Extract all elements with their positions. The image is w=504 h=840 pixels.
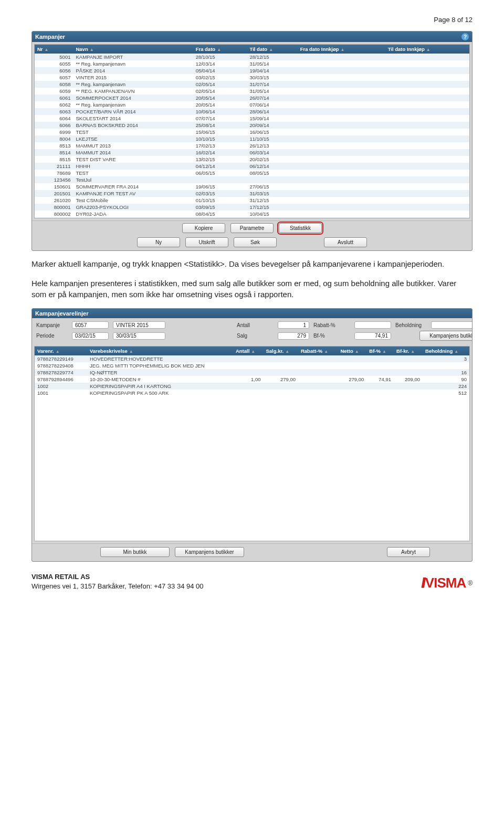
kopiere-button[interactable]: Kopiere	[182, 223, 225, 233]
table-cell: KAMPANJE FOR TEST AV	[73, 190, 193, 197]
antall-field[interactable]: 1	[278, 321, 309, 329]
min-butikk-button[interactable]: Min butikk	[100, 547, 170, 557]
column-header[interactable]: Fra dato▲	[193, 45, 247, 54]
table-cell	[385, 197, 469, 204]
visma-logo: ///VISMA ®	[421, 575, 472, 591]
beholdning-field[interactable]: 1.092	[431, 321, 472, 329]
column-header[interactable]: Varebeskrivelse▲	[87, 346, 233, 355]
table-cell: 5001	[35, 54, 73, 60]
table-row[interactable]: 1001KOPIERINGSPAPIR PK A 500 ARK512	[35, 390, 469, 396]
panel-title: Kampanjer	[35, 34, 65, 40]
table-cell	[385, 176, 469, 183]
sok-button[interactable]: Søk	[234, 237, 277, 247]
table-row[interactable]: 9788278229149HOVEDRETTER:HOVEDRETTE3	[35, 355, 469, 362]
avslutt-button[interactable]: Avslutt	[324, 237, 367, 247]
table-row[interactable]: 6063POCKET/BARN VÅR 201410/06/1428/06/14	[35, 108, 469, 115]
table-row[interactable]: 800002DYR02-JADA08/04/1510/04/15	[35, 211, 469, 217]
table-row[interactable]: 8004LKEJTSE10/10/1511/10/15	[35, 135, 469, 142]
salg-field[interactable]: 279	[278, 332, 309, 340]
table-cell	[298, 135, 385, 142]
footer: VISMA RETAIL AS Wirgenes vei 1, 3157 Bar…	[32, 572, 472, 591]
table-row[interactable]: 8515TEST DIST VARE13/02/1520/02/15	[35, 156, 469, 163]
table-cell: 8514	[35, 149, 73, 156]
table-row[interactable]: 261020Test CSMobile01/10/1531/12/15	[35, 197, 469, 204]
label-antall: Antall	[237, 322, 274, 328]
table-row[interactable]: 123456TestJul	[35, 176, 469, 183]
table-row[interactable]: 6061SOMMERPOCKET 201420/05/1426/07/14	[35, 94, 469, 101]
utskrift-button[interactable]: Utskrift	[185, 237, 228, 247]
rabatt-field[interactable]	[354, 321, 391, 329]
table-row[interactable]: 8514MAMMUT 201416/02/1406/03/14	[35, 149, 469, 156]
table-cell	[298, 101, 385, 108]
table-row[interactable]: 21111HHHH04/12/1406/12/14	[35, 163, 469, 170]
table-row[interactable]: 978879289449610-20-30-METODEN #1,00279,0…	[35, 376, 469, 383]
column-header[interactable]: Netto▲	[338, 346, 366, 355]
table-cell: 15/06/15	[193, 129, 247, 135]
column-header[interactable]: Til dato▲	[247, 45, 298, 54]
parametre-button[interactable]: Parametre	[230, 223, 274, 233]
table-cell: 30/03/15	[247, 74, 298, 81]
table-cell	[298, 183, 385, 190]
ny-button[interactable]: Ny	[137, 237, 180, 247]
kampanje-navn-field[interactable]: VINTER 2015	[113, 321, 165, 329]
table-cell: 25/08/14	[193, 122, 247, 129]
table-cell	[385, 183, 469, 190]
table-cell	[298, 129, 385, 135]
column-header[interactable]: Bf-%▲	[366, 346, 394, 355]
table-cell: 1002	[35, 383, 87, 390]
table-row[interactable]: 6058** Reg. kampanjenavn02/05/1431/07/14	[35, 81, 469, 88]
bf-field[interactable]: 74,91	[354, 332, 391, 340]
table-cell	[263, 355, 298, 362]
table-cell	[385, 115, 469, 122]
column-header[interactable]: Beholdning▲	[423, 346, 469, 355]
avbryt-button[interactable]: Avbryt	[387, 547, 430, 557]
table-row[interactable]: 6055** Reg. kampanjenavn12/03/1431/05/14	[35, 60, 469, 67]
column-header[interactable]: Nr▲	[35, 45, 73, 54]
table-row[interactable]: 6999TEST15/06/1516/06/15	[35, 129, 469, 135]
table-row[interactable]: 6056PÅSKE 201405/04/1419/04/14	[35, 67, 469, 74]
table-row[interactable]: 78689TEST06/05/1508/05/15	[35, 170, 469, 176]
table-cell: 10/10/15	[193, 135, 247, 142]
table-row[interactable]: 150601SOMMERVARER FRA 201419/06/1527/06/…	[35, 183, 469, 190]
column-header[interactable]: Bf-kr.▲	[394, 346, 423, 355]
table-row[interactable]: 800001GRA2203-PSYKOLOGI03/09/1517/12/15	[35, 204, 469, 211]
table-cell: LKEJTSE	[73, 135, 193, 142]
table-cell	[298, 197, 385, 204]
help-icon[interactable]: ?	[461, 33, 469, 40]
table-row[interactable]: 1002KOPIERINGSPAPIR A4 I KARTONG224	[35, 383, 469, 390]
kampanjens-butikker-button-top[interactable]: Kampanjens butikker	[419, 331, 472, 341]
table-cell: 11/10/15	[247, 135, 298, 142]
column-header[interactable]: Varenr.▲	[35, 346, 87, 355]
statistikk-button[interactable]: Statistikk	[279, 223, 322, 233]
label-salg: Salg	[237, 333, 274, 339]
table-cell: 224	[423, 383, 469, 390]
table-cell	[298, 190, 385, 197]
table-cell: 16	[423, 369, 469, 376]
column-header[interactable]: Antall▲	[233, 346, 264, 355]
column-header[interactable]: Fra dato Innkjøp▲	[298, 45, 385, 54]
table-row[interactable]: 201501KAMPANJE FOR TEST AV02/03/1531/03/…	[35, 190, 469, 197]
kampanje-id-field[interactable]: 6057	[72, 321, 109, 329]
table-cell: 6999	[35, 129, 73, 135]
periode-til-field[interactable]: 30/03/15	[113, 332, 165, 340]
table-row[interactable]: 9788278229774IQ-NØTTER16	[35, 369, 469, 376]
column-header[interactable]: Salg.kr.▲	[263, 346, 298, 355]
table-row[interactable]: 5001KAMPANJE IMPORT28/10/1528/12/15	[35, 54, 469, 60]
table-cell	[298, 217, 385, 218]
periode-fra-field[interactable]: 03/02/15	[72, 332, 109, 340]
table-row[interactable]: 9788278229408JEG. MEG MITTI TOPPHEMMELIG…	[35, 362, 469, 369]
table-row[interactable]: 6062** Reg. kampanjenavn20/05/1407/06/14	[35, 101, 469, 108]
table-row[interactable]: 6057VINTER 201503/02/1530/03/15	[35, 74, 469, 81]
column-header[interactable]: Rabatt-%▲	[298, 346, 338, 355]
kampanjens-butikker-button[interactable]: Kampanjens butikker	[175, 547, 244, 557]
table-row[interactable]: 6059** REG. KAMPANJENAVN02/05/1431/05/14	[35, 88, 469, 94]
table-row[interactable]: 8513MAMMUT 201317/02/1326/12/13	[35, 142, 469, 149]
table-row[interactable]: 800003DYR01-DYREVELFERD03/09/1515/09/15	[35, 217, 469, 218]
table-cell	[385, 211, 469, 217]
table-cell: 31/07/14	[247, 81, 298, 88]
column-header[interactable]: Til dato Innkjøp▲	[385, 45, 469, 54]
table-row[interactable]: 6064SKOLESTART 201407/07/1415/09/14	[35, 115, 469, 122]
table-row[interactable]: 6066BARNAS BOKSKRED 201425/08/1420/09/14	[35, 122, 469, 129]
table-cell: 8515	[35, 156, 73, 163]
column-header[interactable]: Navn▲	[73, 45, 193, 54]
